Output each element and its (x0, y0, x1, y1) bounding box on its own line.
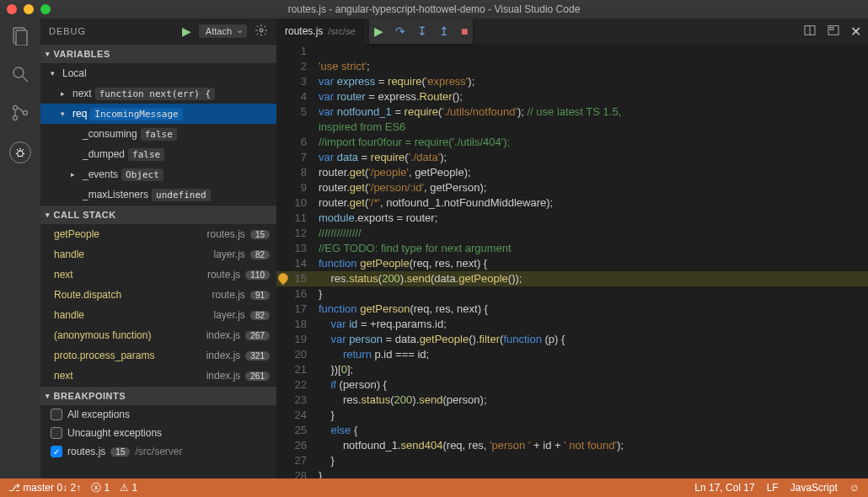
step-out-button[interactable]: ↥ (439, 24, 449, 38)
code-line[interactable]: 26 notfound_1.send404(req, res, 'person … (276, 438, 868, 453)
code-line[interactable]: 27 } (276, 453, 868, 468)
breakpoint-marker[interactable] (276, 271, 290, 286)
code-line[interactable]: 20 return p.id === id; (276, 347, 868, 362)
code-line[interactable]: 17function getPerson(req, res, next) { (276, 302, 868, 317)
svg-line-10 (22, 149, 24, 151)
breakpoints-section-header[interactable]: BREAKPOINTS (40, 387, 276, 405)
tab-filename: routes.js (285, 25, 323, 37)
code-line[interactable]: 11module.exports = router; (276, 211, 868, 226)
debug-title: DEBUG (49, 26, 175, 36)
code-line[interactable]: 6//import four0four = require('./utils/4… (276, 135, 868, 150)
stack-frame[interactable]: proto.process_paramsindex.js321 (40, 345, 276, 366)
stack-frame[interactable]: handlelayer.js82 (40, 244, 276, 265)
debug-header: DEBUG ▶ Attach (40, 19, 276, 44)
code-line[interactable]: 13//EG TODO: find type for next argument (276, 241, 868, 256)
code-line[interactable]: 23 res.status(200).send(person); (276, 393, 868, 408)
svg-rect-1 (16, 30, 27, 45)
checkbox-checked[interactable]: ✓ (51, 446, 62, 457)
stop-button[interactable]: ■ (461, 24, 468, 38)
variable-row[interactable]: ▾req IncomingMessage (40, 104, 276, 124)
status-errors[interactable]: ⓧ 1 (91, 481, 110, 495)
code-line[interactable]: 16} (276, 286, 868, 302)
eol-indicator[interactable]: LF (767, 482, 779, 494)
bp-all-exceptions[interactable]: All exceptions (40, 405, 276, 424)
continue-button[interactable]: ▶ (374, 24, 383, 38)
code-line[interactable]: inspired from ES6 (276, 120, 868, 135)
code-area[interactable]: 𝙸 12'use strict';3var express = require(… (276, 44, 868, 478)
more-icon[interactable] (827, 24, 840, 40)
editor-tab[interactable]: routes.js /src/se (276, 19, 364, 44)
language-mode[interactable]: JavaScript (790, 482, 838, 494)
stack-frame[interactable]: getPeopleroutes.js15 (40, 224, 276, 244)
stack-frame[interactable]: (anonymous function)index.js267 (40, 325, 276, 345)
explorer-icon[interactable] (10, 25, 30, 49)
step-into-button[interactable]: ↧ (417, 24, 427, 38)
split-editor-icon[interactable] (803, 24, 817, 40)
code-line[interactable]: 12////////////// (276, 226, 868, 241)
git-branch[interactable]: ⎇ master 0↓ 2↑ (8, 482, 81, 494)
code-line[interactable]: 22 if (person) { (276, 377, 868, 393)
debug-config-select[interactable]: Attach (198, 24, 248, 39)
code-line[interactable]: 18 var id = +req.params.id; (276, 317, 868, 332)
svg-point-6 (24, 111, 28, 115)
svg-line-13 (18, 156, 19, 157)
code-line[interactable]: 4var router = express.Router(); (276, 89, 868, 104)
stack-frame[interactable]: Route.dispatchroute.js91 (40, 285, 276, 305)
code-line[interactable]: 9router.get('/person/:id', getPerson); (276, 180, 868, 195)
cursor-position[interactable]: Ln 17, Col 17 (694, 482, 754, 494)
debug-toolbar[interactable]: ▶ ↷ ↧ ↥ ■ (369, 19, 473, 44)
code-line[interactable]: 7var data = require('./data'); (276, 150, 868, 165)
svg-line-3 (23, 77, 28, 82)
checkbox[interactable] (51, 409, 62, 420)
step-over-button[interactable]: ↷ (395, 24, 405, 38)
variable-row[interactable]: ▸next function next(err) { (40, 83, 276, 104)
activity-bar (0, 19, 40, 478)
code-line[interactable]: 24 } (276, 408, 868, 423)
svg-line-9 (17, 149, 19, 151)
bp-file-entry[interactable]: ✓ routes.js 15 /src/server (40, 442, 276, 461)
stack-frame[interactable]: handlelayer.js82 (40, 305, 276, 325)
code-line[interactable]: 8router.get('/people', getPeople); (276, 165, 868, 180)
variable-row[interactable]: _consuming false (40, 124, 276, 144)
code-line[interactable]: 21 })[0]; (276, 362, 868, 377)
start-debug-button[interactable]: ▶ (182, 24, 191, 38)
variable-row[interactable]: _dumped false (40, 144, 276, 164)
checkbox[interactable] (51, 427, 62, 439)
variable-row[interactable]: ▸_events Object (40, 164, 276, 184)
code-line[interactable]: 10router.get('/*', notfound_1.notFoundMi… (276, 195, 868, 211)
gear-icon[interactable] (255, 24, 268, 40)
code-line[interactable]: 2'use strict'; (276, 59, 868, 74)
window-title: routes.js - angular-typescript-hottowel-… (0, 3, 868, 15)
svg-point-15 (260, 29, 263, 32)
code-line[interactable]: 25 else { (276, 423, 868, 438)
svg-point-4 (13, 106, 18, 110)
status-bar: ⎇ master 0↓ 2↑ ⓧ 1 ⚠ 1 Ln 17, Col 17 LF … (0, 478, 868, 497)
variable-scope[interactable]: ▾Local (40, 63, 276, 83)
code-line[interactable]: 28} (276, 468, 868, 478)
source-control-icon[interactable] (10, 103, 30, 126)
debug-icon[interactable] (9, 142, 31, 163)
stack-frame[interactable]: nextroute.js110 (40, 265, 276, 285)
close-icon[interactable]: ✕ (850, 24, 861, 40)
callstack-section-header[interactable]: CALL STACK (40, 206, 276, 224)
feedback-icon[interactable]: ☺ (849, 482, 860, 494)
variables-section-header[interactable]: VARIABLES (40, 45, 276, 63)
titlebar: routes.js - angular-typescript-hottowel-… (0, 0, 868, 19)
variable-row[interactable]: _maxListeners undefined (40, 184, 276, 205)
code-line[interactable]: 1 (276, 44, 868, 59)
code-line[interactable]: 15 res.status(200).send(data.getPeople()… (276, 271, 868, 286)
svg-point-2 (13, 67, 24, 77)
bp-uncaught-exceptions[interactable]: Uncaught exceptions (40, 424, 276, 442)
search-icon[interactable] (10, 64, 30, 88)
code-line[interactable]: 14function getPeople(req, res, next) { (276, 256, 868, 271)
code-line[interactable]: 3var express = require('express'); (276, 74, 868, 89)
code-line[interactable]: 5var notfound_1 = require('./utils/notfo… (276, 104, 868, 120)
svg-point-5 (13, 116, 18, 120)
tab-path: /src/se (328, 26, 355, 36)
code-line[interactable]: 19 var person = data.getPeople().filter(… (276, 332, 868, 347)
svg-rect-19 (830, 28, 833, 30)
stack-frame[interactable]: nextindex.js261 (40, 366, 276, 386)
status-warnings[interactable]: ⚠ 1 (120, 482, 137, 494)
svg-line-14 (22, 156, 23, 157)
tab-bar: routes.js /src/se ▶ ↷ ↧ ↥ ■ ✕ (276, 19, 868, 44)
